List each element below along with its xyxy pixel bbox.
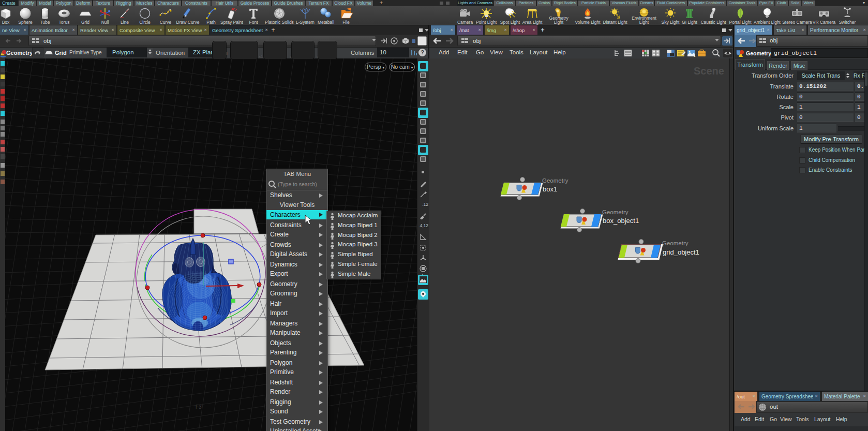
svg-text:+: + (693, 54, 696, 57)
svg-text:F3: F3 (196, 404, 202, 410)
svg-text:?: ? (421, 49, 424, 55)
